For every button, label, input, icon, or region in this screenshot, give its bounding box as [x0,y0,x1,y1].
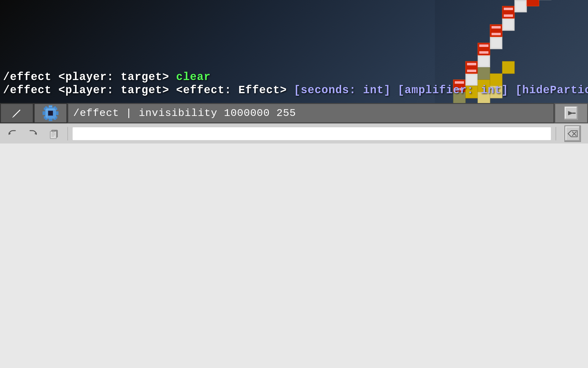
arrow-right-icon [564,105,579,121]
svg-rect-8 [467,63,476,65]
svg-rect-61 [49,111,52,115]
svg-rect-75 [52,131,55,132]
suggestion-2-prefix: /effect <player: target> <effect: Effect… [3,84,294,97]
suggestion-line-1: /effect <player: target> clear [3,71,585,84]
svg-rect-21 [504,20,513,29]
toolbar-divider-1 [67,127,68,140]
svg-rect-68 [565,119,578,120]
suggestion-1-prefix: /effect <player: target> [3,71,176,83]
command-input[interactable] [67,103,554,123]
command-suggestions: /effect <player: target> clear /effect <… [0,71,588,97]
bottom-toolbar [0,123,588,144]
svg-rect-66 [565,107,566,120]
svg-rect-26 [516,2,525,11]
suggestion-2-optional: [seconds: int] [amplifier: int] [hidePar… [294,84,588,97]
svg-rect-67 [577,107,578,120]
backspace-button[interactable] [560,126,585,141]
suggestion-1-highlight: clear [176,71,211,83]
svg-rect-11 [479,57,488,66]
svg-rect-80 [565,126,580,141]
svg-rect-84 [565,140,580,141]
redo-icon [28,128,39,139]
undo-icon [7,128,18,139]
svg-rect-65 [565,107,578,108]
svg-rect-27 [527,0,539,6]
svg-rect-62 [49,106,52,107]
pencil-button[interactable] [0,103,34,123]
svg-rect-59 [46,109,55,110]
svg-rect-83 [579,126,580,141]
svg-rect-46 [43,111,45,115]
svg-line-40 [14,110,20,116]
toolbar-divider-2 [556,127,556,140]
svg-rect-14 [479,51,488,54]
svg-rect-24 [504,14,513,17]
clipboard-button[interactable] [45,126,63,141]
command-bar [0,103,588,123]
svg-rect-81 [565,126,580,127]
svg-rect-18 [492,26,501,29]
svg-rect-13 [479,44,488,47]
backspace-icon [564,125,581,142]
toolbar-text-area[interactable] [72,127,551,140]
undo-button[interactable] [3,126,21,141]
svg-rect-16 [492,38,501,48]
svg-rect-82 [565,126,566,141]
gear-icon [43,105,58,121]
pencil-icon [11,108,22,119]
svg-rect-58 [46,109,47,117]
suggestion-line-2: /effect <player: target> <effect: Effect… [3,84,585,97]
bottom-content [0,144,588,368]
redo-button[interactable] [24,126,42,141]
send-button[interactable] [554,103,588,123]
svg-rect-45 [49,119,52,121]
svg-rect-19 [492,33,501,35]
svg-rect-23 [504,8,513,10]
gear-button[interactable] [34,103,67,123]
svg-rect-47 [56,111,58,115]
clipboard-icon [48,128,59,139]
